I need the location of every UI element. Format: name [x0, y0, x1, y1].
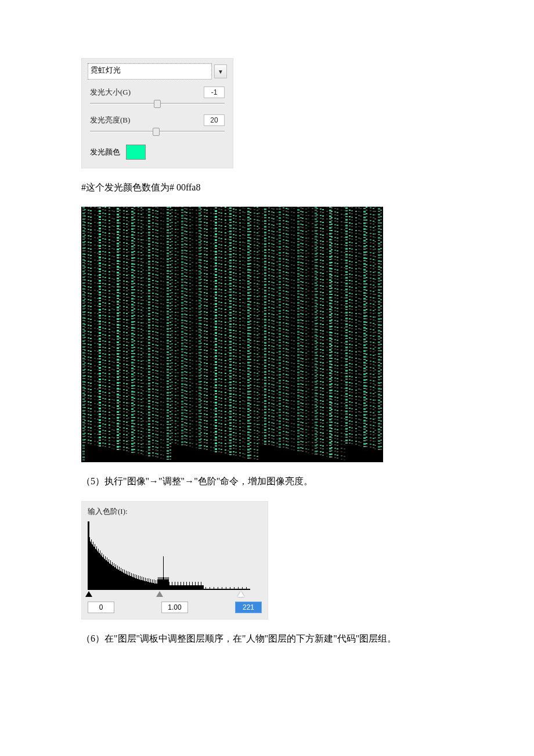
glow-color-swatch[interactable]	[126, 145, 146, 160]
histogram	[88, 520, 262, 590]
glow-color-row: 发光颜色	[82, 139, 233, 168]
filter-dropdown-row: 霓虹灯光 ▼	[82, 59, 233, 83]
glow-size-label: 发光大小(G)	[90, 87, 131, 98]
step6-text: （6）在"图层"调板中调整图层顺序，在"人物"图层的下方新建"代码"图层组。	[81, 630, 453, 647]
glow-brightness-label: 发光亮度(B)	[90, 115, 130, 125]
glow-filter-panel: 霓虹灯光 ▼ 发光大小(G) -1 发光亮度(B) 20 发光颜色	[81, 58, 233, 168]
matrix-rain-preview	[81, 207, 383, 462]
glow-size-thumb[interactable]	[154, 100, 161, 108]
dropdown-caret-icon[interactable]: ▼	[214, 64, 227, 78]
levels-highlight-handle[interactable]	[237, 591, 244, 597]
levels-shadow-handle[interactable]	[85, 591, 92, 597]
glow-brightness-slider[interactable]	[90, 127, 225, 135]
levels-highlight-input[interactable]: 221	[235, 602, 262, 613]
color-note-text: #这个发光颜色数值为# 00ffa8	[81, 179, 453, 196]
filter-dropdown[interactable]: 霓虹灯光	[88, 63, 212, 80]
glow-size-input[interactable]: -1	[204, 87, 225, 98]
step5-text: （5）执行"图像"→"调整"→"色阶"命令，增加图像亮度。	[81, 473, 453, 490]
levels-panel: 输入色阶(I): 0 1.00 221	[81, 501, 268, 620]
glow-brightness-row: 发光亮度(B) 20	[82, 111, 233, 127]
glow-brightness-thumb[interactable]	[153, 128, 160, 136]
glow-color-label: 发光颜色	[90, 147, 120, 157]
glow-size-slider[interactable]	[90, 99, 225, 107]
levels-midtone-input[interactable]: 1.00	[161, 602, 188, 613]
levels-midtone-handle[interactable]	[156, 591, 163, 597]
glow-brightness-input[interactable]: 20	[204, 114, 225, 126]
levels-shadow-input[interactable]: 0	[88, 602, 114, 613]
levels-slider-track	[88, 591, 262, 599]
glow-size-row: 发光大小(G) -1	[82, 83, 233, 99]
levels-label: 输入色阶(I):	[88, 506, 262, 517]
